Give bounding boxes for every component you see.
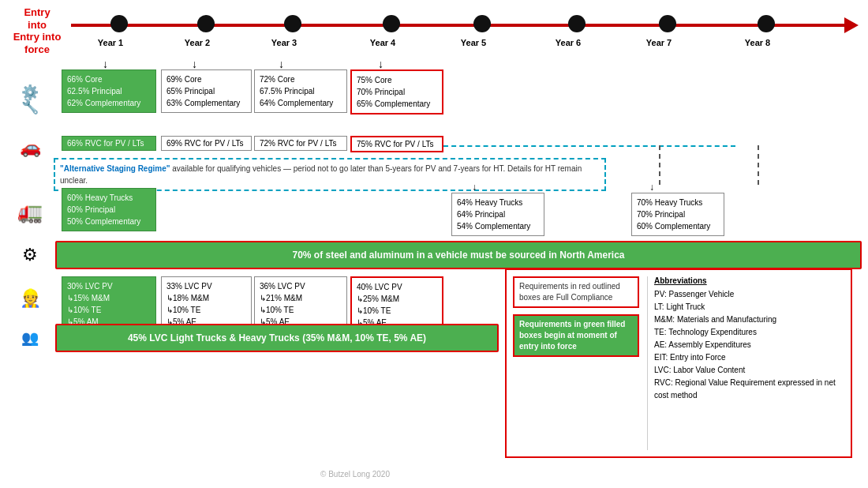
pvlt-year4: 75% RVC for PV / LTs xyxy=(350,136,443,152)
workers-icon: 👥 xyxy=(6,324,54,352)
lvc-y3-line2: ↳21% M&M xyxy=(260,292,342,304)
pvlt-year3: 72% RVC for PV / LTs xyxy=(254,136,347,151)
steel-icon: ⚙ xyxy=(6,241,54,269)
arrow-down-y3: ↓ xyxy=(279,58,284,70)
year5-label: Year 5 xyxy=(461,38,486,47)
dashed-vert-y8 xyxy=(758,145,759,185)
abbrev-ae: AE: Assembly Expenditures xyxy=(654,339,844,351)
abbrev-pv: PV: Passenger Vehicle xyxy=(654,288,844,301)
lvc-lt-banner: 45% LVC Light Trucks & Heavy Trucks (35%… xyxy=(55,324,499,352)
pvlt-year2: 69% RVC for PV / LTs xyxy=(161,136,252,151)
ht-y1-line3: 50% Complementary xyxy=(67,216,151,227)
alt-staging-highlight: "Alternative Staging Regime" xyxy=(60,164,170,173)
lvc-y1-line1: 30% LVC PV xyxy=(67,280,151,292)
rvc-core-year3: 72% Core 67.5% Principal 64% Complementa… xyxy=(254,69,347,113)
dot-year3 xyxy=(284,15,301,32)
dot-year1 xyxy=(110,15,128,32)
ht-y1-line1: 60% Heavy Trucks xyxy=(67,192,151,204)
pvlt-year1: 66% RVC for PV / LTs xyxy=(62,136,156,151)
legend-green-box: Requirements in green filled boxes begin… xyxy=(513,314,639,357)
dot-year2 xyxy=(197,15,215,32)
abbrev-lt: LT: Light Truck xyxy=(654,301,844,313)
year4-label: Year 4 xyxy=(370,38,395,47)
rvc-core-y2-line2: 65% Principal xyxy=(166,85,246,97)
arrow-down-ht-y7: ↓ xyxy=(649,182,654,193)
lvc-y2-line1: 33% LVC PV xyxy=(166,280,246,292)
ht-y1-line2: 60% Principal xyxy=(67,204,151,216)
page: EntryintoEntry into force Year 1 Year 2 … xyxy=(0,0,868,488)
rvc-core-y2-line1: 69% Core xyxy=(166,73,246,85)
timeline: Year 1 Year 2 Year 3 Year 4 Year 5 Year … xyxy=(71,6,859,58)
lvc-y4-line2: ↳25% M&M xyxy=(357,293,437,305)
rvc-core-y4-line1: 75% Core xyxy=(357,74,437,86)
entry-label: EntryintoEntry into force xyxy=(6,6,68,55)
rvc-core-y1-line1: 66% Core xyxy=(67,73,151,85)
arrow-shaft xyxy=(71,24,846,27)
ht-y5-line2: 64% Principal xyxy=(457,208,539,220)
rvc-core-y3-line2: 67.5% Principal xyxy=(260,85,342,97)
arrow-down-ht-y5: ↓ xyxy=(472,182,477,193)
legend-red-box: Requirements in red outlined boxes are F… xyxy=(513,276,639,308)
ht-y5-line1: 64% Heavy Trucks xyxy=(457,197,539,208)
rvc-core-y4-line2: 70% Principal xyxy=(357,86,437,98)
dot-year7 xyxy=(659,15,676,32)
ht-year1: 60% Heavy Trucks 60% Principal 50% Compl… xyxy=(62,188,156,231)
year2-label: Year 2 xyxy=(185,38,210,47)
truck-icon: 🚛 xyxy=(6,188,54,235)
rvc-core-y4-line3: 65% Complementary xyxy=(357,98,437,110)
arrow-down-y4: ↓ xyxy=(378,58,383,70)
ht-y7-line1: 70% Heavy Trucks xyxy=(637,197,719,208)
lvc-y4-line3: ↳10% TE xyxy=(357,305,437,317)
dashed-line-pvlt xyxy=(443,145,735,147)
abbrev-title: Abbreviations xyxy=(654,276,844,285)
rvc-core-y3-line1: 72% Core xyxy=(260,73,342,85)
settings-icons: ⚙️🔧 xyxy=(6,69,54,129)
ht-y7-line2: 70% Principal xyxy=(637,208,719,220)
abbreviations: PV: Passenger Vehicle LT: Light Truck M&… xyxy=(654,288,844,402)
arrow-head xyxy=(844,17,859,33)
year8-label: Year 8 xyxy=(745,38,770,47)
abbrev-eit: EIT: Entry into Force xyxy=(654,351,844,364)
rvc-core-y1-line2: 62.5% Principal xyxy=(67,85,151,97)
dot-year5 xyxy=(473,15,491,32)
rvc-core-year1: 66% Core 62.5% Principal 62% Complementa… xyxy=(62,69,156,113)
dot-year6 xyxy=(568,15,586,32)
lvc-y2-line2: ↳18% M&M xyxy=(166,292,246,304)
lvc-y4-line1: 40% LVC PV xyxy=(357,281,437,293)
lvc-y1-line3: ↳10% TE xyxy=(67,304,151,316)
year1-label: Year 1 xyxy=(98,38,123,47)
ht-y7-line3: 60% Complementary xyxy=(637,220,719,232)
alt-staging-note: "Alternative Staging Regime" available f… xyxy=(54,158,606,191)
arrow-down-y1: ↓ xyxy=(103,58,108,70)
dashed-vert-y7 xyxy=(659,145,660,185)
dot-year8 xyxy=(758,15,775,32)
ht-year5: 64% Heavy Trucks 64% Principal 54% Compl… xyxy=(451,193,544,236)
ht-year7: 70% Heavy Trucks 70% Principal 60% Compl… xyxy=(631,193,724,236)
steel-banner: 70% of steel and aluminum in a vehicle m… xyxy=(55,241,862,269)
year6-label: Year 6 xyxy=(556,38,581,47)
ht-y5-line3: 54% Complementary xyxy=(457,220,539,232)
lvc-y3-line3: ↳10% TE xyxy=(260,304,342,316)
abbrev-te: TE: Technology Expenditures xyxy=(654,326,844,339)
rvc-core-y2-line3: 63% Complementary xyxy=(166,97,246,109)
abbrev-rvc: RVC: Regional Value Requirement expresse… xyxy=(654,377,844,402)
car-icon: 🚗 xyxy=(6,136,54,160)
lvc-y3-line1: 36% LVC PV xyxy=(260,280,342,292)
copyright: © Butzel Long 2020 xyxy=(237,470,473,479)
rvc-core-year2: 69% Core 65% Principal 63% Complementary xyxy=(161,69,252,113)
year7-label: Year 7 xyxy=(646,38,672,47)
abbrev-mm: M&M: Materials and Manufacturing xyxy=(654,313,844,326)
lvc-y2-line3: ↳10% TE xyxy=(166,304,246,316)
legend-box: Requirements in red outlined boxes are F… xyxy=(505,268,852,458)
abbrev-lvc: LVC: Labor Value Content xyxy=(654,364,844,377)
rvc-core-year4: 75% Core 70% Principal 65% Complementary xyxy=(350,69,443,114)
rvc-core-y1-line3: 62% Complementary xyxy=(67,97,151,109)
rvc-core-y3-line3: 64% Complementary xyxy=(260,97,342,109)
arrow-down-y2: ↓ xyxy=(192,58,197,70)
worker-icon: 👷 xyxy=(6,276,54,320)
lvc-y1-line2: ↳15% M&M xyxy=(67,292,151,304)
year3-label: Year 3 xyxy=(271,38,297,47)
dot-year4 xyxy=(383,15,400,32)
